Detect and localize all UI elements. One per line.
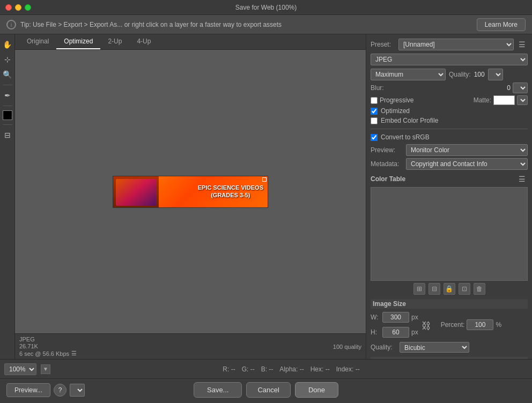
tab-optimized[interactable]: Optimized (56, 34, 100, 49)
metadata-label: Metadata: (371, 160, 403, 168)
blur-label: Blur: (371, 84, 384, 92)
status-size: 26.71K (19, 343, 77, 349)
select-tool[interactable]: ⊹ (2, 54, 13, 65)
tip-bar: i Tip: Use File > Export > Export As... … (0, 15, 532, 34)
progressive-label: Progressive (380, 96, 413, 104)
index-value: Index: -- (336, 365, 360, 373)
learn-more-button[interactable]: Learn More (477, 18, 526, 31)
maximize-button[interactable] (25, 4, 31, 11)
progressive-checkbox[interactable] (371, 97, 378, 104)
tab-4up[interactable]: 4-Up (129, 34, 158, 49)
metadata-row: Metadata: Copyright and Contact Info (371, 158, 528, 170)
preview-options-dropdown[interactable] (70, 384, 85, 397)
help-button[interactable]: ? (54, 384, 66, 397)
toggle-tool[interactable]: ⊟ (2, 129, 13, 141)
cancel-button[interactable]: Cancel (246, 382, 290, 398)
height-label: H: (371, 329, 380, 336)
title-bar: Save for Web (100%) (0, 0, 532, 15)
ct-add-btn[interactable]: ⊡ (459, 283, 470, 295)
zoom-select[interactable]: 100% (4, 363, 36, 375)
color-table-area (371, 187, 528, 281)
preview-button[interactable]: Preview... (6, 383, 50, 397)
optimized-label: Optimized (381, 107, 410, 115)
done-button[interactable]: Done (295, 382, 338, 398)
quality-row: Maximum Very High High Medium Low Qualit… (371, 69, 528, 80)
height-input[interactable]: 60 (382, 327, 409, 338)
close-button[interactable] (5, 4, 12, 11)
preview-select[interactable]: Monitor Color (406, 144, 528, 156)
canvas-area: Original Optimized 2-Up 4-Up EPIC SCIENC… (15, 34, 366, 359)
matte-label: Matte: (474, 96, 491, 104)
height-row: H: 60 px (371, 327, 418, 338)
preview-row: Preview: Monitor Color (371, 144, 528, 156)
convert-srgb-checkbox[interactable] (371, 134, 378, 141)
quality-select[interactable]: Maximum Very High High Medium Low (371, 69, 446, 80)
bottom-bar: 100% ▼ R: -- G: -- B: -- Alpha: -- Hex: … (0, 359, 532, 378)
zoom-down-btn[interactable]: ▼ (41, 364, 50, 374)
preset-menu-button[interactable]: ☰ (516, 39, 528, 50)
quality-method-select[interactable]: Bicubic (400, 342, 469, 353)
percent-input[interactable] (467, 319, 493, 330)
image-overlay-text: EPIC SCIENCE VIDEOS (GRADES 3-5) (198, 184, 263, 198)
info-icon: i (6, 20, 16, 29)
width-input[interactable]: 300 (382, 312, 409, 323)
status-speed: 6 sec @ 56.6 Kbps (19, 350, 69, 357)
toolbar-separator (3, 85, 12, 85)
blur-dropdown[interactable] (513, 83, 528, 93)
color-table-menu[interactable]: ☰ (516, 173, 528, 185)
color-swatch[interactable] (3, 110, 12, 120)
zoom-tool[interactable]: 🔍 (2, 69, 13, 80)
footer-center: Save... Cancel Done (194, 382, 338, 398)
convert-srgb-label: Convert to sRGB (381, 133, 430, 141)
matte-swatch[interactable] (493, 95, 515, 105)
image-title-line1: EPIC SCIENCE VIDEOS (198, 184, 263, 191)
srgb-row: Convert to sRGB (371, 133, 528, 141)
toolbar-separator-2 (3, 106, 12, 106)
percent-label: Percent: (441, 321, 465, 329)
pixel-info: R: -- G: -- B: -- Alpha: -- Hex: -- Inde… (55, 365, 528, 373)
image-content: EPIC SCIENCE VIDEOS (GRADES 3-5) (113, 176, 268, 207)
quality-method-label: Quality: (371, 344, 397, 351)
link-dimensions-icon[interactable]: ⛓ (422, 320, 431, 332)
tip-text: Tip: Use File > Export > Export As... or… (20, 21, 472, 28)
progressive-matte-row: Progressive Matte: (371, 95, 528, 105)
matte-dropdown[interactable] (517, 95, 528, 105)
tab-2up[interactable]: 2-Up (100, 34, 129, 49)
image-preview: EPIC SCIENCE VIDEOS (GRADES 3-5) (113, 176, 268, 208)
metadata-select[interactable]: Copyright and Contact Info (406, 158, 528, 170)
ct-unlock-btn[interactable]: 🔒 (444, 283, 455, 295)
window-controls[interactable] (5, 4, 31, 11)
ct-map-btn[interactable]: ⊞ (413, 283, 425, 295)
quality-label: Quality: (449, 71, 471, 78)
view-tabs: Original Optimized 2-Up 4-Up (15, 34, 366, 50)
optimized-checkbox[interactable] (371, 108, 378, 115)
status-quality: 100 quality (333, 344, 361, 350)
save-button[interactable]: Save... (194, 382, 242, 398)
zoom-arrows: ▼ (41, 364, 50, 374)
preset-row: Preset: [Unnamed] ☰ (371, 39, 528, 50)
ct-lock-btn[interactable]: ⊟ (428, 283, 440, 295)
status-menu-icon[interactable]: ☰ (71, 350, 77, 357)
preset-select[interactable]: [Unnamed] (398, 39, 514, 50)
image-size-label: Image Size (371, 299, 528, 309)
embed-color-checkbox[interactable] (371, 117, 378, 124)
hex-value: Hex: -- (311, 365, 330, 373)
color-table-label: Color Table (371, 175, 405, 183)
hand-tool[interactable]: ✋ (2, 39, 13, 50)
minimize-button[interactable] (15, 4, 21, 11)
tab-original[interactable]: Original (19, 34, 56, 49)
width-label: W: (371, 314, 380, 321)
width-row: W: 300 px (371, 312, 418, 323)
footer-bar: Preview... ? Save... Cancel Done (0, 378, 532, 401)
color-table-toolbar: ⊞ ⊟ 🔒 ⊡ 🗑 (371, 283, 528, 295)
alpha-value: Alpha: -- (279, 365, 304, 373)
quality-method-row: Quality: Bicubic (371, 342, 528, 353)
preview-panel-label: Preview: (371, 146, 403, 154)
quality-dropdown[interactable] (488, 69, 503, 80)
eyedropper-tool[interactable]: ✒ (2, 89, 13, 101)
image-size-section: Image Size W: 300 px H: 60 px ⛓ (371, 299, 528, 353)
ct-delete-btn[interactable]: 🗑 (474, 283, 485, 295)
progressive-check-group: Progressive (371, 96, 413, 104)
format-select[interactable]: JPEG (371, 54, 528, 65)
blur-row: Blur: 0 (371, 83, 528, 93)
